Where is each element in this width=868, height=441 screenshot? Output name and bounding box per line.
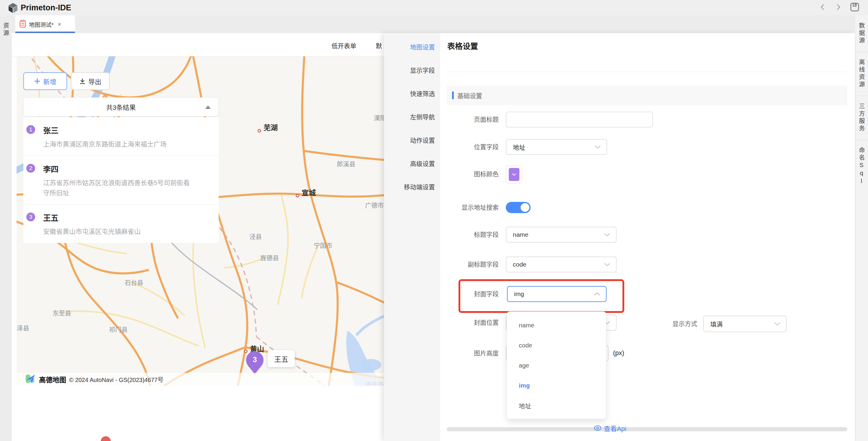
right-rail-item-offline-resources[interactable]: 离线资源	[855, 52, 868, 96]
dropdown-option-address[interactable]: 地址	[507, 396, 606, 416]
field-label-cover-field: 封面字段	[440, 290, 499, 298]
chevron-down-icon	[512, 173, 517, 176]
list-item[interactable]: 2 李四 江苏省苏州市姑苏区沧浪街道西善长巷5号司前街看守所旧址	[23, 156, 219, 205]
amap-logo-icon	[25, 373, 36, 385]
toggle-knob	[521, 203, 529, 212]
right-rail-item-named-sql[interactable]: 命名Sql	[855, 140, 868, 193]
eye-icon	[594, 425, 601, 431]
show-address-search-toggle[interactable]	[506, 202, 531, 213]
list-item[interactable]: 1 张三 上海市黄浦区南京东路街道上海来福士广场	[23, 117, 219, 156]
settings-nav-advanced[interactable]: 高级设置	[384, 151, 440, 175]
designer-toolbar: 低开表单 默	[12, 33, 384, 56]
dropdown-option-img[interactable]: img	[507, 375, 606, 396]
city-dot-xuancheng	[296, 194, 299, 198]
map-label-xuancheng: 宣城	[302, 187, 316, 198]
cover-field-select[interactable]: img	[507, 286, 607, 302]
chevron-down-icon	[603, 233, 611, 237]
field-label-display-mode: 显示方式	[639, 320, 697, 328]
map-label-shitai: 石台县	[125, 278, 143, 286]
app-title: Primeton-IDE	[21, 3, 71, 12]
settings-nav-actions[interactable]: 动作设置	[384, 128, 440, 151]
export-button[interactable]: 导出	[71, 72, 110, 90]
chevron-down-icon	[603, 263, 611, 267]
settings-title: 表格设置	[447, 40, 478, 51]
settings-nav-display-fields[interactable]: 显示字段	[384, 58, 440, 81]
title-bar: Primeton-IDE	[0, 0, 868, 15]
tab-map-test[interactable]: 地图测试* ×	[16, 15, 75, 33]
item-index-badge: 2	[26, 164, 35, 173]
city-dot-wuhu	[258, 129, 261, 133]
dropdown-option-code[interactable]: code	[507, 335, 606, 355]
map-marker-label[interactable]: 王五	[268, 350, 295, 367]
right-rail-item-third-party-services[interactable]: 三方服务	[855, 96, 868, 140]
image-height-unit: (px)	[613, 349, 624, 357]
location-field-select[interactable]: 地址	[506, 139, 607, 155]
field-label-title-field: 标题字段	[440, 231, 499, 239]
map-label-qimen: 祁门县	[109, 325, 128, 334]
map-attribution: 高德地图 © 2024 AutoNavi - GS(2023)4677号	[17, 373, 384, 386]
dropdown-option-name[interactable]: name	[507, 315, 606, 335]
canvas-red-marker	[101, 436, 111, 441]
toolbar-tab-lowcode-form[interactable]: 低开表单	[332, 41, 356, 50]
dropdown-option-age[interactable]: age	[507, 355, 606, 375]
left-rail: 资源	[0, 15, 12, 441]
item-index-badge: 3	[26, 212, 35, 222]
settings-nav-left-nav[interactable]: 左侧导航	[384, 105, 440, 128]
chevron-down-icon	[594, 145, 601, 149]
nav-back-icon[interactable]	[819, 3, 827, 12]
download-icon	[79, 78, 86, 84]
field-label-icon-color: 图标颜色	[440, 170, 499, 178]
icon-color-swatch	[509, 168, 519, 181]
map-label-liyang: 溧阳	[374, 113, 384, 122]
settings-nav: 地图设置 显示字段 快速筛选 左侧导航 动作设置 高级设置 移动端设置	[384, 33, 440, 441]
field-label-location-field: 位置字段	[440, 143, 499, 151]
item-index-badge: 1	[26, 125, 35, 134]
section-accent-bar	[452, 92, 454, 99]
map-marker-pin[interactable]: 3	[246, 351, 264, 375]
horizontal-scrollbar[interactable]	[447, 427, 847, 431]
chevron-up-icon	[593, 292, 601, 296]
amap-copyright: © 2024 AutoNavi - GS(2023)4677号	[69, 375, 163, 384]
settings-nav-mobile[interactable]: 移动端设置	[384, 175, 440, 198]
amap-brand: 高德地图	[39, 374, 66, 384]
settings-nav-quick-filter[interactable]: 快速筛选	[384, 81, 440, 105]
field-label-page-title: 页面标题	[440, 115, 499, 124]
settings-content: 表格设置 基础设置 页面标题 位置字段 地址 图标颜色	[440, 33, 855, 441]
cover-field-dropdown: name code age img 地址	[507, 311, 606, 419]
title-field-select[interactable]: name	[506, 227, 617, 243]
left-rail-item-resources[interactable]: 资源	[0, 15, 12, 44]
form-file-icon	[20, 20, 26, 29]
item-address: 上海市黄浦区南京东路街道上海来福士广场	[43, 139, 192, 149]
divider	[447, 72, 847, 72]
nav-forward-icon[interactable]	[834, 3, 842, 12]
settings-nav-map[interactable]: 地图设置	[384, 35, 440, 58]
map-label-jingxian: 泾县	[249, 232, 262, 241]
collapse-triangle-icon[interactable]	[205, 105, 211, 109]
map-label-guangde: 广德市	[365, 200, 384, 209]
icon-color-picker[interactable]	[506, 165, 522, 183]
item-name: 李四	[43, 163, 210, 174]
map-label-pengze: 彭泽县	[17, 323, 29, 332]
map-label-ningguo: 宁国市	[314, 241, 332, 249]
right-rail: 数据源 离线资源 三方服务 命名Sql	[855, 15, 868, 441]
item-name: 张三	[43, 125, 210, 135]
results-summary-header[interactable]: 共3条结果	[23, 97, 219, 116]
tab-bar: 地图测试* ×	[12, 15, 855, 33]
designer-canvas: 低开表单 默	[12, 33, 384, 441]
add-button[interactable]: 新增	[23, 72, 67, 90]
item-address: 安徽省黄山市屯溪区屯光镇麻雀山	[43, 227, 192, 237]
plus-icon	[34, 78, 40, 84]
item-address: 江苏省苏州市姑苏区沧浪街道西善长巷5号司前街看守所旧址	[43, 178, 192, 198]
settings-panel: 地图设置 显示字段 快速筛选 左侧导航 动作设置 高级设置 移动端设置 表格设置…	[384, 33, 855, 441]
list-item[interactable]: 3 王五 安徽省黄山市屯溪区屯光镇麻雀山	[23, 205, 219, 243]
display-mode-select[interactable]: 填满	[703, 315, 787, 332]
save-icon[interactable]	[850, 2, 860, 13]
section-basic-settings: 基础设置	[447, 86, 847, 105]
subtitle-field-select[interactable]: code	[506, 257, 617, 272]
chevron-down-icon	[774, 322, 781, 326]
toolbar-tab-default[interactable]: 默	[376, 41, 382, 50]
right-rail-item-datasource[interactable]: 数据源	[855, 15, 868, 52]
page-title-input[interactable]	[506, 111, 653, 128]
tab-close-icon[interactable]: ×	[58, 21, 61, 28]
view-api-link[interactable]: 查看Api	[594, 423, 626, 433]
